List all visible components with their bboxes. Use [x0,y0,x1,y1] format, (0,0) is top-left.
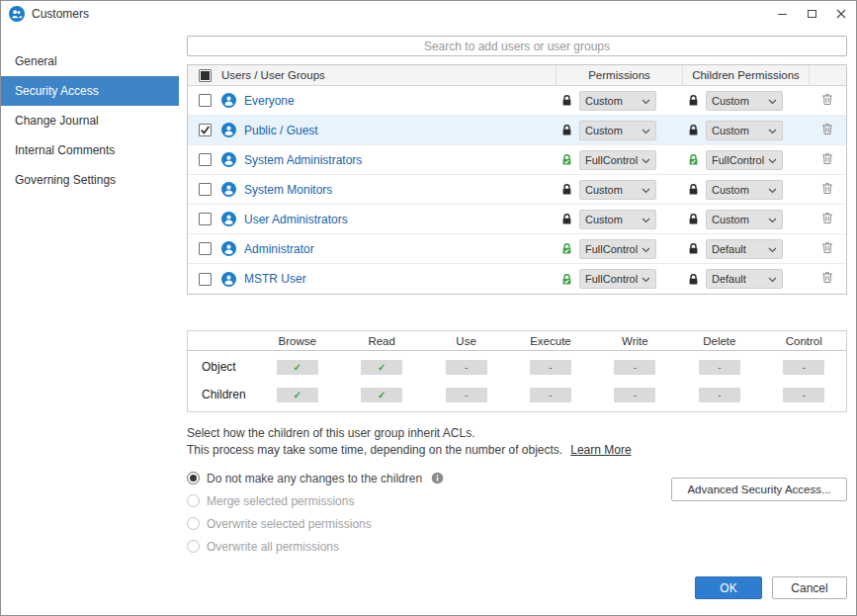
trash-icon [821,123,833,138]
matrix-cell-wrap: - [677,388,761,402]
children-permission-dropdown[interactable]: Default [706,269,783,289]
users-table-body: EveryoneCustomCustomPublic / GuestCustom… [188,86,846,294]
user-name[interactable]: Administrator [244,242,314,256]
permission-dropdown[interactable]: Custom [579,180,656,200]
learn-more-link[interactable]: Learn More [570,443,631,457]
dropdown-value: Custom [585,125,623,136]
permission-dropdown[interactable]: FullControl [579,269,656,289]
matrix-cell[interactable]: - [783,388,824,402]
sidebar-item-security-access[interactable]: Security Access [1,76,179,106]
permission-dropdown[interactable]: Custom [579,121,656,140]
search-input[interactable] [187,36,847,56]
dropdown-value: Custom [712,184,749,196]
radio-option-overwrite-selected-permissions[interactable]: Overwrite selected permissions [187,512,847,535]
user-name[interactable]: User Administrators [244,213,348,226]
sidebar-item-internal-comments[interactable]: Internal Comments [1,135,179,165]
delete-button[interactable] [821,212,833,227]
ok-button[interactable]: OK [695,576,762,599]
radio-icon[interactable] [187,494,200,507]
minimize-button[interactable] [767,1,797,27]
children-permission-dropdown[interactable]: Custom [706,180,783,200]
user-row: MSTR UserFullControlDefault [188,264,846,294]
permission-dropdown[interactable]: Custom [579,210,656,229]
delete-button[interactable] [821,241,833,257]
matrix-cell[interactable]: ✓ [277,388,318,402]
close-button[interactable] [826,1,856,27]
children-permission-dropdown[interactable]: Custom [706,91,783,111]
children-permission-dropdown[interactable]: FullControl [706,150,783,170]
delete-button[interactable] [821,271,833,287]
children-permission-dropdown[interactable]: Custom [706,121,783,140]
lock-icon [687,242,700,255]
advanced-security-access-button[interactable]: Advanced Security Access... [671,478,847,501]
user-group-icon [221,241,236,256]
user-name[interactable]: Public / Guest [244,124,318,137]
row-checkbox[interactable] [199,273,212,286]
chevron-down-icon [642,273,650,285]
maximize-button[interactable] [797,1,826,27]
user-row: System AdministratorsFullControlFullCont… [188,145,846,175]
matrix-cell[interactable]: ✓ [277,360,318,375]
matrix-cell[interactable]: - [446,388,487,402]
matrix-cell[interactable]: ✓ [361,388,402,402]
user-name[interactable]: Everyone [244,94,295,108]
row-checkbox[interactable] [199,153,212,166]
delete-button[interactable] [821,152,833,168]
children-permission-dropdown[interactable]: Default [706,239,783,259]
chevron-down-icon [642,125,650,136]
user-group-app-icon [9,6,25,22]
lock-icon [687,94,700,107]
user-name[interactable]: System Administrators [244,153,362,167]
children-permission-dropdown[interactable]: Custom [706,210,783,229]
matrix-cell[interactable]: - [446,360,487,375]
permission-dropdown[interactable]: Custom [579,91,656,111]
radio-icon[interactable] [187,540,200,553]
dropdown-value: Custom [712,95,749,107]
matrix-cell[interactable]: - [614,360,655,375]
chevron-down-icon [768,95,777,107]
row-checkbox[interactable] [199,94,212,107]
matrix-cell-wrap: - [762,360,846,375]
dropdown-value: Custom [585,184,623,196]
sidebar-item-governing-settings[interactable]: Governing Settings [1,165,179,195]
permission-dropdown[interactable]: FullControl [579,150,656,170]
delete-button[interactable] [821,182,833,198]
minimize-icon [778,14,787,15]
delete-button[interactable] [821,93,833,109]
permission-dropdown[interactable]: FullControl [579,239,656,259]
radio-option-overwrite-all-permissions[interactable]: Overwrite all permissions [187,535,847,558]
cancel-button[interactable]: Cancel [772,576,847,599]
row-checkbox[interactable] [199,183,212,196]
matrix-cell[interactable]: - [530,360,571,375]
matrix-cell-wrap: - [424,388,508,402]
users-table: Users / User Groups Permissions Children… [187,64,847,295]
lock-icon [560,213,573,225]
customers-dialog: Customers GeneralSecurity AccessChange J… [0,0,857,616]
lock-icon [560,124,573,136]
col-header-delete [809,65,846,85]
matrix-cell[interactable]: - [699,388,740,402]
permissions-matrix: BrowseReadUseExecuteWriteDeleteControl O… [187,330,847,412]
user-name[interactable]: System Monitors [244,183,332,197]
dropdown-value: Custom [712,125,749,136]
sidebar-item-change-journal[interactable]: Change Journal [1,106,179,135]
matrix-cell[interactable]: ✓ [361,360,402,375]
main-panel: Users / User Groups Permissions Children… [187,27,847,615]
matrix-cell[interactable]: - [783,360,824,375]
sidebar-item-general[interactable]: General [1,46,179,76]
user-group-icon [221,182,236,197]
row-checkbox[interactable] [199,242,212,255]
matrix-cell[interactable]: - [614,388,655,402]
select-all-checkbox[interactable] [199,69,212,82]
matrix-cell[interactable]: - [699,360,740,375]
matrix-col-read: Read [339,335,423,347]
row-checkbox[interactable] [199,213,212,225]
user-name[interactable]: MSTR User [244,272,306,286]
row-checkbox[interactable] [199,124,212,136]
matrix-col-use: Use [424,335,508,347]
radio-icon[interactable] [187,472,200,484]
trash-icon [821,241,833,257]
delete-button[interactable] [821,123,833,138]
matrix-cell[interactable]: - [530,388,571,402]
radio-icon[interactable] [187,517,200,530]
